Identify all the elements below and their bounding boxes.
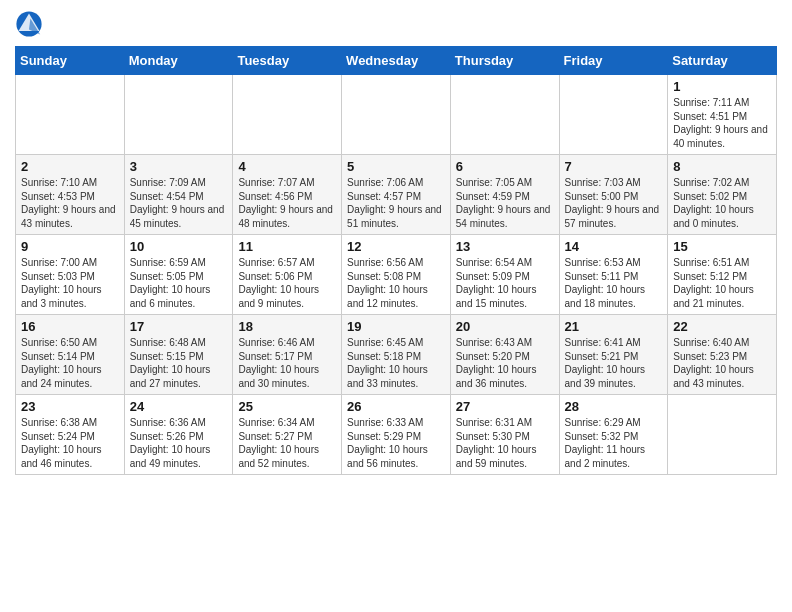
day-cell: 17Sunrise: 6:48 AM Sunset: 5:15 PM Dayli…	[124, 315, 233, 395]
header	[15, 10, 777, 38]
day-cell: 16Sunrise: 6:50 AM Sunset: 5:14 PM Dayli…	[16, 315, 125, 395]
day-cell: 15Sunrise: 6:51 AM Sunset: 5:12 PM Dayli…	[668, 235, 777, 315]
day-info: Sunrise: 6:40 AM Sunset: 5:23 PM Dayligh…	[673, 336, 771, 390]
day-info: Sunrise: 6:29 AM Sunset: 5:32 PM Dayligh…	[565, 416, 663, 470]
day-number: 17	[130, 319, 228, 334]
day-number: 22	[673, 319, 771, 334]
day-cell	[124, 75, 233, 155]
day-info: Sunrise: 6:33 AM Sunset: 5:29 PM Dayligh…	[347, 416, 445, 470]
day-cell: 6Sunrise: 7:05 AM Sunset: 4:59 PM Daylig…	[450, 155, 559, 235]
weekday-tuesday: Tuesday	[233, 47, 342, 75]
day-cell: 28Sunrise: 6:29 AM Sunset: 5:32 PM Dayli…	[559, 395, 668, 475]
calendar: SundayMondayTuesdayWednesdayThursdayFrid…	[15, 46, 777, 475]
day-info: Sunrise: 6:43 AM Sunset: 5:20 PM Dayligh…	[456, 336, 554, 390]
day-number: 12	[347, 239, 445, 254]
day-cell: 13Sunrise: 6:54 AM Sunset: 5:09 PM Dayli…	[450, 235, 559, 315]
day-cell: 8Sunrise: 7:02 AM Sunset: 5:02 PM Daylig…	[668, 155, 777, 235]
day-number: 23	[21, 399, 119, 414]
day-cell: 22Sunrise: 6:40 AM Sunset: 5:23 PM Dayli…	[668, 315, 777, 395]
day-info: Sunrise: 6:36 AM Sunset: 5:26 PM Dayligh…	[130, 416, 228, 470]
day-cell: 14Sunrise: 6:53 AM Sunset: 5:11 PM Dayli…	[559, 235, 668, 315]
day-info: Sunrise: 7:02 AM Sunset: 5:02 PM Dayligh…	[673, 176, 771, 230]
day-info: Sunrise: 7:09 AM Sunset: 4:54 PM Dayligh…	[130, 176, 228, 230]
logo	[15, 10, 47, 38]
day-number: 18	[238, 319, 336, 334]
day-number: 15	[673, 239, 771, 254]
day-info: Sunrise: 7:11 AM Sunset: 4:51 PM Dayligh…	[673, 96, 771, 150]
day-info: Sunrise: 6:38 AM Sunset: 5:24 PM Dayligh…	[21, 416, 119, 470]
week-row-1: 1Sunrise: 7:11 AM Sunset: 4:51 PM Daylig…	[16, 75, 777, 155]
day-number: 16	[21, 319, 119, 334]
day-info: Sunrise: 6:50 AM Sunset: 5:14 PM Dayligh…	[21, 336, 119, 390]
day-info: Sunrise: 6:54 AM Sunset: 5:09 PM Dayligh…	[456, 256, 554, 310]
day-cell: 11Sunrise: 6:57 AM Sunset: 5:06 PM Dayli…	[233, 235, 342, 315]
day-number: 2	[21, 159, 119, 174]
day-info: Sunrise: 6:59 AM Sunset: 5:05 PM Dayligh…	[130, 256, 228, 310]
logo-icon	[15, 10, 43, 38]
day-number: 10	[130, 239, 228, 254]
day-cell: 9Sunrise: 7:00 AM Sunset: 5:03 PM Daylig…	[16, 235, 125, 315]
day-number: 11	[238, 239, 336, 254]
day-info: Sunrise: 7:05 AM Sunset: 4:59 PM Dayligh…	[456, 176, 554, 230]
day-number: 24	[130, 399, 228, 414]
day-info: Sunrise: 6:57 AM Sunset: 5:06 PM Dayligh…	[238, 256, 336, 310]
day-cell: 25Sunrise: 6:34 AM Sunset: 5:27 PM Dayli…	[233, 395, 342, 475]
week-row-2: 2Sunrise: 7:10 AM Sunset: 4:53 PM Daylig…	[16, 155, 777, 235]
day-cell: 7Sunrise: 7:03 AM Sunset: 5:00 PM Daylig…	[559, 155, 668, 235]
day-cell: 2Sunrise: 7:10 AM Sunset: 4:53 PM Daylig…	[16, 155, 125, 235]
day-info: Sunrise: 7:07 AM Sunset: 4:56 PM Dayligh…	[238, 176, 336, 230]
day-cell: 23Sunrise: 6:38 AM Sunset: 5:24 PM Dayli…	[16, 395, 125, 475]
day-cell: 27Sunrise: 6:31 AM Sunset: 5:30 PM Dayli…	[450, 395, 559, 475]
day-number: 19	[347, 319, 445, 334]
weekday-saturday: Saturday	[668, 47, 777, 75]
day-info: Sunrise: 7:06 AM Sunset: 4:57 PM Dayligh…	[347, 176, 445, 230]
day-number: 26	[347, 399, 445, 414]
weekday-sunday: Sunday	[16, 47, 125, 75]
day-number: 3	[130, 159, 228, 174]
day-info: Sunrise: 6:51 AM Sunset: 5:12 PM Dayligh…	[673, 256, 771, 310]
day-info: Sunrise: 7:10 AM Sunset: 4:53 PM Dayligh…	[21, 176, 119, 230]
day-number: 7	[565, 159, 663, 174]
day-info: Sunrise: 6:41 AM Sunset: 5:21 PM Dayligh…	[565, 336, 663, 390]
day-info: Sunrise: 6:34 AM Sunset: 5:27 PM Dayligh…	[238, 416, 336, 470]
day-info: Sunrise: 6:45 AM Sunset: 5:18 PM Dayligh…	[347, 336, 445, 390]
day-cell	[559, 75, 668, 155]
day-cell: 20Sunrise: 6:43 AM Sunset: 5:20 PM Dayli…	[450, 315, 559, 395]
day-info: Sunrise: 6:53 AM Sunset: 5:11 PM Dayligh…	[565, 256, 663, 310]
day-number: 28	[565, 399, 663, 414]
day-cell: 26Sunrise: 6:33 AM Sunset: 5:29 PM Dayli…	[342, 395, 451, 475]
weekday-thursday: Thursday	[450, 47, 559, 75]
day-cell: 5Sunrise: 7:06 AM Sunset: 4:57 PM Daylig…	[342, 155, 451, 235]
day-info: Sunrise: 6:56 AM Sunset: 5:08 PM Dayligh…	[347, 256, 445, 310]
day-cell: 12Sunrise: 6:56 AM Sunset: 5:08 PM Dayli…	[342, 235, 451, 315]
day-number: 4	[238, 159, 336, 174]
day-cell	[233, 75, 342, 155]
day-info: Sunrise: 6:48 AM Sunset: 5:15 PM Dayligh…	[130, 336, 228, 390]
page: SundayMondayTuesdayWednesdayThursdayFrid…	[0, 0, 792, 485]
day-number: 1	[673, 79, 771, 94]
day-cell: 3Sunrise: 7:09 AM Sunset: 4:54 PM Daylig…	[124, 155, 233, 235]
week-row-5: 23Sunrise: 6:38 AM Sunset: 5:24 PM Dayli…	[16, 395, 777, 475]
day-cell: 4Sunrise: 7:07 AM Sunset: 4:56 PM Daylig…	[233, 155, 342, 235]
day-number: 20	[456, 319, 554, 334]
day-number: 8	[673, 159, 771, 174]
day-cell: 21Sunrise: 6:41 AM Sunset: 5:21 PM Dayli…	[559, 315, 668, 395]
day-cell	[16, 75, 125, 155]
weekday-header-row: SundayMondayTuesdayWednesdayThursdayFrid…	[16, 47, 777, 75]
day-number: 21	[565, 319, 663, 334]
day-cell: 18Sunrise: 6:46 AM Sunset: 5:17 PM Dayli…	[233, 315, 342, 395]
weekday-friday: Friday	[559, 47, 668, 75]
day-cell: 24Sunrise: 6:36 AM Sunset: 5:26 PM Dayli…	[124, 395, 233, 475]
week-row-3: 9Sunrise: 7:00 AM Sunset: 5:03 PM Daylig…	[16, 235, 777, 315]
day-number: 13	[456, 239, 554, 254]
day-number: 5	[347, 159, 445, 174]
day-info: Sunrise: 6:46 AM Sunset: 5:17 PM Dayligh…	[238, 336, 336, 390]
day-number: 27	[456, 399, 554, 414]
day-info: Sunrise: 7:00 AM Sunset: 5:03 PM Dayligh…	[21, 256, 119, 310]
weekday-wednesday: Wednesday	[342, 47, 451, 75]
day-number: 14	[565, 239, 663, 254]
day-number: 6	[456, 159, 554, 174]
day-cell	[342, 75, 451, 155]
day-cell	[668, 395, 777, 475]
day-cell	[450, 75, 559, 155]
